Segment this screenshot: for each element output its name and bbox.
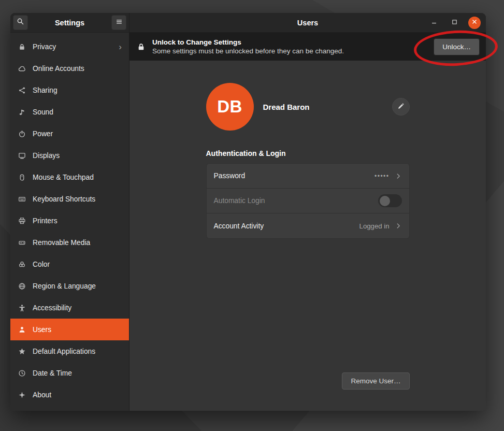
sidebar: Settings Privacy › Online Accounts Shari… — [10, 13, 129, 411]
keyboard-icon — [18, 195, 26, 203]
sidebar-item-displays[interactable]: Displays — [10, 145, 129, 166]
sidebar-item-color[interactable]: Color — [10, 253, 129, 275]
sidebar-item-label: Region & Language — [33, 282, 96, 290]
unlock-button[interactable]: Unlock… — [434, 38, 480, 55]
chevron-right-icon: › — [119, 42, 122, 51]
user-name: Dread Baron — [263, 103, 310, 111]
lock-icon — [137, 42, 146, 51]
sidebar-item-online-accounts[interactable]: Online Accounts — [10, 58, 129, 79]
chevron-right-icon — [395, 222, 402, 229]
printer-icon — [18, 217, 26, 225]
mouse-icon — [18, 173, 26, 181]
unlock-infobar: Unlock to Change Settings Some settings … — [129, 33, 486, 61]
sidebar-header: Settings — [10, 13, 129, 33]
password-row[interactable]: Password ••••• — [207, 164, 409, 189]
row-label: Automatic Login — [214, 197, 265, 205]
lock-icon — [18, 42, 26, 51]
auth-login-list: Password ••••• Automatic Login — [206, 163, 410, 239]
infobar-subtitle: Some settings must be unlocked before th… — [152, 47, 344, 55]
sidebar-item-mouse-touchpad[interactable]: Mouse & Touchpad — [10, 166, 129, 188]
sidebar-item-accessibility[interactable]: Accessibility — [10, 297, 129, 319]
pencil-icon — [397, 103, 405, 111]
sidebar-item-default-applications[interactable]: Default Applications — [10, 340, 129, 362]
sidebar-item-label: Date & Time — [33, 369, 72, 377]
password-dots: ••••• — [375, 173, 390, 180]
starburst-icon — [18, 391, 26, 399]
sidebar-item-sound[interactable]: Sound — [10, 101, 129, 123]
main-panel: Users Unlock to Change Settings Some set… — [129, 13, 486, 411]
drive-icon — [18, 238, 26, 247]
sidebar-item-region-language[interactable]: Region & Language — [10, 275, 129, 297]
sidebar-item-label: Power — [33, 130, 53, 138]
sidebar-item-label: Privacy — [33, 43, 56, 51]
display-icon — [18, 151, 26, 160]
sidebar-nav: Privacy › Online Accounts Sharing Sound … — [10, 33, 129, 411]
sidebar-item-removable-media[interactable]: Removable Media — [10, 232, 129, 253]
sidebar-item-privacy[interactable]: Privacy › — [10, 36, 129, 58]
globe-icon — [18, 282, 26, 290]
sidebar-item-label: About — [33, 391, 51, 399]
search-button[interactable] — [13, 15, 28, 30]
infobar-text: Unlock to Change Settings Some settings … — [152, 38, 344, 55]
power-icon — [18, 130, 26, 138]
avatar-initials: DB — [217, 97, 242, 117]
sidebar-title: Settings — [28, 19, 111, 27]
sidebar-item-label: Mouse & Touchpad — [33, 174, 94, 181]
window-controls — [428, 17, 486, 29]
row-label: Password — [214, 172, 246, 180]
settings-window: Settings Privacy › Online Accounts Shari… — [10, 13, 486, 411]
user-header: DB Dread Baron — [206, 83, 410, 131]
remove-user-button[interactable]: Remove User… — [342, 372, 409, 390]
sidebar-item-label: Online Accounts — [33, 65, 84, 73]
infobar-title: Unlock to Change Settings — [152, 38, 344, 46]
close-icon — [471, 18, 478, 27]
chevron-right-icon — [395, 173, 402, 180]
close-button[interactable] — [468, 17, 481, 29]
sidebar-item-about[interactable]: About — [10, 384, 129, 406]
sidebar-item-label: Accessibility — [33, 304, 71, 312]
maximize-button[interactable] — [448, 17, 460, 29]
users-icon — [18, 325, 26, 334]
sidebar-item-label: Removable Media — [33, 239, 90, 247]
sidebar-item-label: Users — [33, 326, 51, 334]
search-icon — [17, 18, 24, 27]
users-content: DB Dread Baron Authentication & Login Pa… — [129, 61, 486, 411]
section-title: Authentication & Login — [206, 149, 410, 157]
minimize-icon — [430, 18, 438, 27]
row-value: Logged in — [359, 222, 390, 230]
clock-icon — [18, 369, 26, 377]
music-note-icon — [18, 108, 26, 116]
menu-button[interactable] — [111, 15, 126, 30]
hamburger-menu-icon — [116, 18, 123, 27]
toggle-knob — [380, 196, 390, 206]
sidebar-item-date-time[interactable]: Date & Time — [10, 362, 129, 384]
color-circles-icon — [18, 260, 26, 268]
minimize-button[interactable] — [428, 17, 440, 29]
sidebar-item-label: Displays — [33, 152, 60, 160]
sidebar-item-keyboard-shortcuts[interactable]: Keyboard Shortcuts — [10, 188, 129, 210]
avatar: DB — [206, 83, 254, 131]
sidebar-item-users[interactable]: Users — [10, 319, 129, 340]
sidebar-item-label: Color — [33, 261, 50, 268]
sidebar-item-label: Sharing — [33, 87, 57, 94]
automatic-login-row: Automatic Login — [207, 189, 409, 213]
star-icon — [18, 347, 26, 355]
share-icon — [18, 86, 26, 94]
sidebar-item-label: Sound — [33, 108, 53, 116]
sidebar-item-sharing[interactable]: Sharing — [10, 79, 129, 101]
account-activity-row[interactable]: Account Activity Logged in — [207, 213, 409, 238]
sidebar-item-printers[interactable]: Printers — [10, 210, 129, 232]
maximize-icon — [451, 18, 458, 27]
cloud-icon — [18, 64, 26, 73]
sidebar-item-label: Keyboard Shortcuts — [33, 195, 95, 203]
accessibility-icon — [18, 304, 26, 312]
row-label: Account Activity — [214, 222, 264, 230]
edit-name-button[interactable] — [392, 98, 410, 116]
sidebar-item-label: Default Applications — [33, 348, 95, 355]
sidebar-item-power[interactable]: Power — [10, 123, 129, 145]
automatic-login-toggle[interactable] — [378, 194, 402, 207]
titlebar: Users — [129, 13, 486, 33]
sidebar-item-label: Printers — [33, 217, 57, 225]
